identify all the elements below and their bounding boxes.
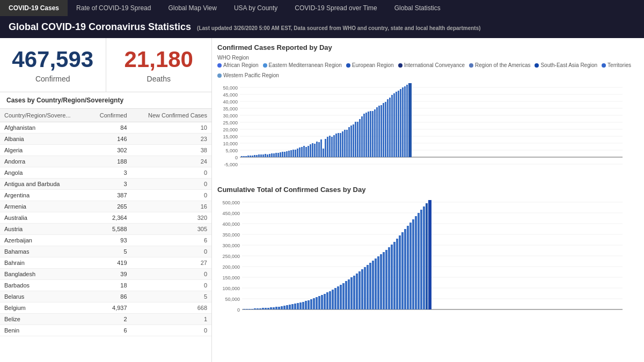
svg-rect-78: [357, 122, 358, 157]
svg-rect-158: [332, 290, 334, 309]
svg-rect-68: [335, 134, 337, 157]
svg-rect-164: [348, 279, 350, 309]
svg-rect-175: [377, 256, 379, 309]
svg-rect-40: [275, 153, 277, 157]
confirmed-count: 467,593: [11, 47, 95, 72]
svg-rect-61: [320, 139, 322, 157]
svg-rect-99: [402, 87, 404, 157]
svg-text:0: 0: [237, 307, 240, 313]
stats-row: 467,593 Confirmed 21,180 Deaths: [0, 38, 211, 92]
col-country: Country/Region/Sovere...: [0, 109, 89, 122]
svg-rect-79: [359, 119, 361, 157]
svg-rect-81: [363, 114, 365, 157]
svg-rect-82: [365, 113, 367, 157]
svg-rect-59: [316, 142, 318, 157]
svg-rect-177: [383, 252, 385, 309]
svg-rect-73: [346, 130, 348, 157]
svg-rect-140: [283, 306, 286, 309]
svg-rect-125: [243, 309, 245, 309]
svg-rect-145: [297, 303, 299, 309]
table-row: Albania14623: [0, 134, 211, 145]
svg-rect-91: [385, 102, 386, 157]
svg-rect-137: [275, 307, 277, 309]
svg-rect-143: [291, 304, 294, 309]
svg-rect-38: [271, 153, 273, 157]
svg-rect-178: [385, 250, 387, 309]
table-row: Andorra18824: [0, 156, 211, 167]
svg-rect-167: [356, 274, 358, 309]
svg-rect-157: [329, 291, 331, 309]
svg-rect-80: [361, 116, 363, 157]
svg-rect-142: [289, 305, 291, 309]
svg-rect-75: [350, 125, 352, 157]
svg-text:100,000: 100,000: [222, 286, 240, 291]
svg-rect-186: [407, 226, 409, 309]
svg-text:50,000: 50,000: [223, 85, 238, 91]
navigation: COVID-19 Cases Rate of COVID-19 Spread G…: [0, 0, 644, 16]
table-section-title: Cases by Country/Region/Sovereignty: [0, 92, 211, 109]
nav-rate-spread[interactable]: Rate of COVID-19 Spread: [68, 0, 159, 16]
svg-text:10,000: 10,000: [223, 141, 238, 146]
svg-rect-159: [334, 288, 336, 309]
table-row: Belgium4,937668: [0, 302, 211, 314]
svg-rect-162: [342, 283, 345, 309]
right-panel: Confirmed Cases Reported by Day WHO Regi…: [212, 38, 644, 362]
svg-rect-149: [308, 300, 310, 309]
svg-rect-51: [299, 147, 301, 157]
svg-rect-148: [305, 301, 307, 309]
table-row: Bahamas50: [0, 246, 211, 257]
svg-rect-138: [278, 307, 280, 309]
svg-rect-71: [342, 131, 343, 157]
svg-rect-41: [277, 153, 279, 157]
svg-rect-191: [420, 210, 422, 309]
nav-global-stats[interactable]: Global Statistics: [386, 0, 449, 16]
header-subtitle: (Last updated 3/26/2020 5:00 AM EST, Dat…: [197, 25, 480, 31]
svg-rect-133: [265, 308, 267, 309]
svg-rect-173: [372, 261, 374, 309]
table-row: Bangladesh390: [0, 269, 211, 280]
svg-rect-32: [258, 154, 260, 157]
nav-spread-time[interactable]: COVID-19 Spread over Time: [286, 0, 385, 16]
legend-territories-label: Territories: [608, 62, 631, 68]
svg-rect-24: [241, 156, 243, 157]
svg-rect-155: [324, 294, 326, 309]
svg-rect-174: [375, 258, 377, 309]
svg-rect-154: [321, 295, 323, 309]
svg-rect-62: [323, 149, 324, 157]
svg-rect-187: [409, 223, 412, 309]
svg-rect-170: [364, 267, 366, 309]
country-table: Country/Region/Sovere... Confirmed New C…: [0, 109, 211, 336]
legend-intl-conveyance: International Conveyance: [398, 62, 465, 68]
svg-rect-132: [262, 308, 264, 309]
nav-usa-county[interactable]: USA by County: [225, 0, 286, 16]
svg-rect-36: [267, 154, 268, 157]
legend-eastern-med-label: Eastern Mediterranean Region: [269, 62, 342, 68]
svg-rect-181: [393, 242, 396, 309]
country-table-container[interactable]: Country/Region/Sovere... Confirmed New C…: [0, 109, 211, 362]
svg-rect-60: [318, 142, 320, 157]
svg-text:45,000: 45,000: [223, 92, 238, 98]
svg-rect-27: [247, 156, 249, 157]
svg-text:5,000: 5,000: [225, 148, 238, 153]
legend-western-pacific-label: Western Pacific Region: [223, 72, 279, 78]
svg-rect-57: [312, 143, 313, 157]
svg-rect-134: [267, 308, 269, 309]
svg-rect-34: [262, 154, 264, 157]
svg-rect-189: [415, 216, 417, 309]
svg-rect-166: [353, 276, 355, 309]
svg-rect-135: [270, 307, 272, 309]
svg-rect-83: [368, 112, 369, 157]
svg-text:350,000: 350,000: [222, 232, 240, 238]
svg-text:400,000: 400,000: [222, 221, 240, 227]
table-header-row: Country/Region/Sovere... Confirmed New C…: [0, 109, 211, 122]
legend-european-label: European Region: [352, 62, 394, 68]
svg-rect-65: [329, 136, 331, 157]
nav-covid-cases[interactable]: COVID-19 Cases: [0, 0, 68, 16]
svg-rect-58: [314, 144, 316, 157]
svg-rect-44: [284, 152, 286, 157]
svg-rect-69: [338, 133, 339, 157]
table-row: Azerbaijan936: [0, 235, 211, 246]
svg-rect-72: [344, 130, 346, 157]
svg-rect-39: [273, 153, 275, 157]
nav-global-map[interactable]: Global Map View: [159, 0, 225, 16]
